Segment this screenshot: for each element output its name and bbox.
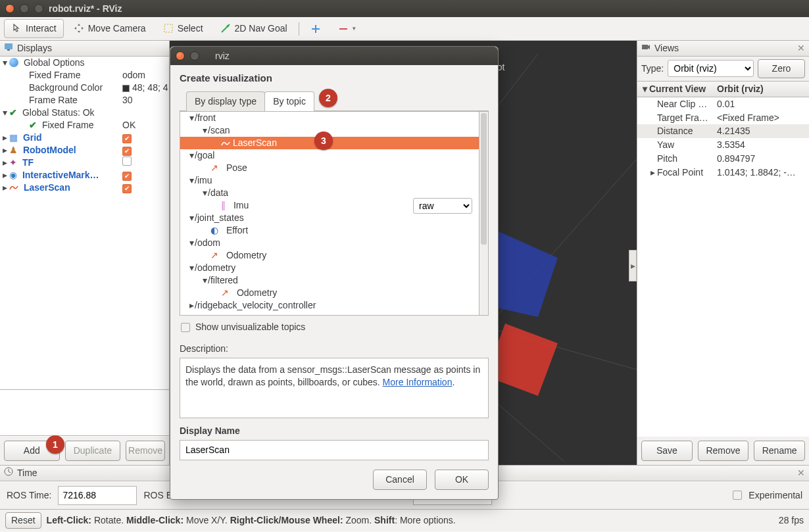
dialog-close-icon[interactable] [176, 51, 185, 60]
collapse-icon[interactable]: ▾ [201, 124, 208, 137]
tf-display-label[interactable]: TF [22, 157, 34, 169]
topic-tree-scrollbar[interactable] [479, 112, 488, 315]
save-view-button[interactable]: Save [641, 441, 693, 461]
views-table[interactable]: ▾Current ViewOrbit (rviz) Near Clip …0.0… [637, 82, 809, 436]
reset-button[interactable]: Reset [5, 512, 41, 529]
ros-time-input[interactable] [58, 486, 137, 505]
views-panel-header[interactable]: Views ✕ [637, 41, 809, 57]
yaw-value[interactable]: 3.5354 [713, 138, 809, 152]
near-clip-value[interactable]: 0.01 [713, 97, 809, 111]
ok-button[interactable]: OK [435, 470, 489, 490]
remove-tool-button[interactable]: ▾ [331, 20, 363, 37]
imu-transport-select[interactable]: raw [413, 198, 472, 214]
topic-scan[interactable]: /scan [208, 124, 230, 137]
displays-panel-header[interactable]: Displays [0, 41, 169, 57]
right-panel-collapse-handle[interactable]: ▸ [629, 250, 637, 281]
collapse-icon[interactable]: ▾ [641, 83, 648, 95]
expand-icon[interactable]: ▸ [1, 144, 8, 157]
window-maximize-icon[interactable] [34, 4, 43, 13]
global-options-label: Global Options [24, 57, 85, 69]
display-name-input[interactable] [180, 440, 489, 460]
collapse-icon[interactable]: ▾ [188, 262, 195, 274]
displays-tree[interactable]: ▾ Global Options Fixed Frameodom Backgro… [0, 57, 169, 390]
topic-pose[interactable]: Pose [226, 162, 247, 174]
interactive-display-label[interactable]: InteractiveMark… [22, 169, 99, 181]
duplicate-display-button[interactable]: Duplicate [65, 441, 121, 461]
topic-odometry1[interactable]: Odometry [226, 249, 266, 262]
topic-odometry[interactable]: /odometry [195, 262, 235, 274]
topic-ridgeback[interactable]: /ridgeback_velocity_controller [195, 299, 316, 312]
topic-effort[interactable]: Effort [226, 224, 248, 237]
move-camera-tool-button[interactable]: Move Camera [66, 19, 153, 38]
more-information-link[interactable]: More Information [383, 377, 453, 387]
bg-color-value[interactable]: 48; 48; 4 [120, 82, 169, 94]
topic-goal[interactable]: /goal [195, 149, 214, 162]
collapse-icon[interactable]: ▾ [201, 274, 208, 287]
rename-view-button[interactable]: Rename [754, 441, 805, 461]
topic-odom[interactable]: /odom [195, 237, 220, 249]
interact-tool-button[interactable]: Interact [4, 19, 64, 38]
laserscan-display-label[interactable]: LaserScan [24, 181, 70, 194]
topic-tree[interactable]: ▾/front ▾/scan LaserScan ▾/goal ↗ Pose ▾… [180, 112, 489, 316]
collapse-icon[interactable]: ▾ [1, 107, 8, 119]
collapse-icon[interactable]: ▾ [188, 174, 195, 187]
cancel-button[interactable]: Cancel [373, 470, 427, 490]
pitch-key: Pitch [657, 153, 677, 165]
add-tool-button[interactable] [303, 20, 328, 37]
grid-icon: ▦ [9, 132, 18, 144]
close-panel-icon[interactable]: ✕ [797, 42, 805, 55]
dialog-titlebar[interactable]: rviz [170, 47, 498, 65]
grid-enabled-checkbox[interactable]: ✔ [122, 134, 132, 143]
robotmodel-enabled-checkbox[interactable]: ✔ [122, 147, 132, 156]
distance-value[interactable]: 4.21435 [713, 124, 809, 138]
topic-laserscan-row[interactable]: LaserScan [180, 137, 488, 149]
topic-data[interactable]: /data [208, 187, 228, 199]
frame-rate-value[interactable]: 30 [120, 94, 169, 107]
window-close-icon[interactable] [5, 4, 14, 13]
collapse-icon[interactable]: ▾ [188, 237, 195, 249]
focal-point-value[interactable]: 1.0143; 1.8842; -… [713, 166, 809, 180]
window-minimize-icon[interactable] [20, 4, 29, 13]
remove-display-button[interactable]: Remove [126, 441, 165, 461]
view-type-select[interactable]: Orbit (rviz) [668, 60, 754, 77]
color-swatch-icon [122, 85, 130, 92]
tf-enabled-checkbox[interactable] [122, 157, 132, 166]
collapse-icon[interactable]: ▾ [188, 112, 195, 124]
expand-icon[interactable]: ▸ [1, 181, 8, 194]
zero-button[interactable]: Zero [758, 59, 805, 78]
pitch-value[interactable]: 0.894797 [713, 152, 809, 166]
topic-odometry2[interactable]: Odometry [237, 287, 277, 299]
expand-icon[interactable]: ▸ [1, 157, 8, 169]
expand-icon[interactable]: ▸ [649, 166, 656, 179]
collapse-icon[interactable]: ▾ [188, 212, 195, 224]
expand-icon[interactable]: ▸ [1, 169, 8, 181]
topic-imu-leaf[interactable]: Imu [233, 199, 249, 212]
collapse-icon[interactable]: ▾ [201, 187, 208, 199]
laserscan-enabled-checkbox[interactable]: ✔ [122, 184, 132, 193]
experimental-checkbox[interactable] [733, 491, 742, 500]
expand-icon[interactable]: ▸ [1, 132, 8, 144]
expand-icon[interactable]: ▸ [188, 299, 195, 312]
grid-display-label[interactable]: Grid [23, 132, 42, 144]
topic-joint-states[interactable]: /joint_states [195, 212, 244, 224]
collapse-icon[interactable]: ▾ [188, 149, 195, 162]
topic-front[interactable]: /front [195, 112, 216, 124]
tab-by-display-type[interactable]: By display type [186, 91, 265, 111]
window-title: robot.rviz* - RViz [49, 3, 122, 15]
tab-by-topic[interactable]: By topic [264, 91, 314, 111]
fixed-frame-value[interactable]: odom [120, 69, 169, 82]
dialog-minimize-icon[interactable] [190, 51, 199, 60]
topic-imu[interactable]: /imu [195, 174, 212, 187]
target-frame-value[interactable]: <Fixed Frame> [713, 111, 809, 125]
robotmodel-display-label[interactable]: RobotModel [23, 144, 76, 157]
topic-filtered[interactable]: /filtered [208, 274, 238, 287]
dialog-title: rviz [215, 50, 230, 62]
show-unvisualizable-checkbox[interactable] [181, 323, 190, 332]
scrollbar-thumb[interactable] [481, 113, 487, 245]
interactive-enabled-checkbox[interactable]: ✔ [122, 172, 132, 181]
select-tool-button[interactable]: Select [156, 19, 210, 38]
remove-view-button[interactable]: Remove [698, 441, 749, 461]
close-panel-icon[interactable]: ✕ [797, 467, 805, 479]
collapse-icon[interactable]: ▾ [1, 57, 8, 69]
nav-goal-tool-button[interactable]: 2D Nav Goal [213, 19, 295, 38]
